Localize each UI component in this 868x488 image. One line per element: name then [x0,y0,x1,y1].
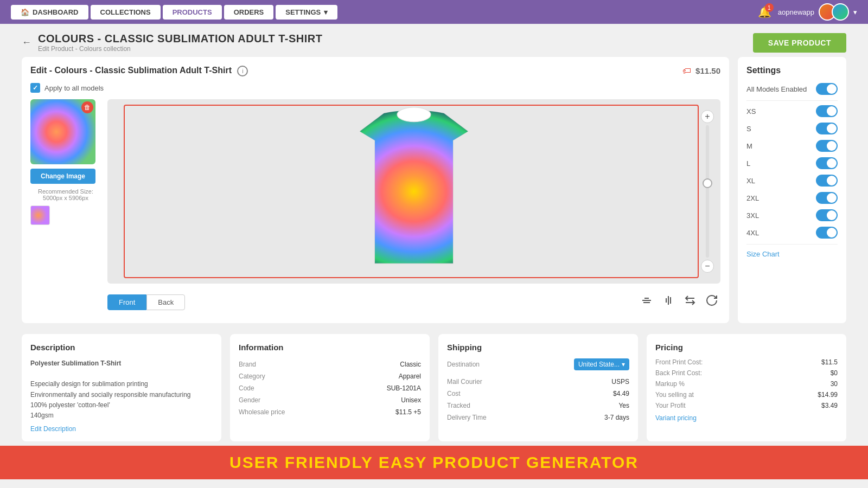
size-2xl-toggle[interactable] [816,192,838,204]
wholesale-label: Wholesale price [239,406,343,418]
size-s-toggle[interactable] [816,123,838,134]
shipping-card: Shipping Destination United State... ▾ M… [438,334,638,441]
size-2xl-row: 2XL [746,192,838,204]
size-3xl-toggle[interactable] [816,209,838,221]
all-models-label: All Models Enabled [746,85,807,93]
settings-btn[interactable]: SETTINGS ▾ [276,5,337,20]
zoom-out-button[interactable]: − [701,260,714,273]
chevron-down-icon: ▾ [622,361,625,368]
zoom-thumb[interactable] [703,178,712,188]
tracked-label: Tracked [447,400,559,412]
products-btn[interactable]: PRODUCTS [163,5,222,20]
variant-pricing-link[interactable]: Variant pricing [655,414,697,422]
back-tab[interactable]: Back [146,294,185,310]
save-product-button[interactable]: SAVE PRODUCT [753,33,846,53]
align-horizontal-tool[interactable] [638,292,655,312]
size-xl-label: XL [746,177,755,185]
dashboard-btn[interactable]: 🏠 DASHBOARD [11,5,88,20]
size-4xl-toggle[interactable] [816,227,838,239]
editor-title-group: Edit - Colours - Classic Sublimation Adu… [30,66,248,76]
info-icon[interactable]: i [237,66,248,76]
price-display: 🏷 $11.50 [682,66,720,76]
front-tab[interactable]: Front [107,294,146,310]
price-tag-icon: 🏷 [682,66,691,75]
editor-body: 🗑 Change Image Recommended Size: 5000px … [30,99,720,314]
rec-size-label: Recommended Size: [38,188,93,195]
size-m-toggle[interactable] [816,140,838,152]
table-row: Gender Unisex [239,394,421,406]
all-models-row: All Models Enabled [746,83,838,95]
user-area[interactable]: aopnewapp ▾ [778,3,857,21]
desc-text3: 100% polyester 'cotton-feel' [30,401,110,409]
destination-select[interactable]: United State... ▾ [574,358,629,370]
thumbnail-panel: 🗑 Change Image Recommended Size: 5000px … [30,99,101,314]
align-vertical-tool[interactable] [660,292,677,312]
description-card: Description Polyester Sublimation T-Shir… [22,334,221,441]
change-image-button[interactable]: Change Image [30,169,95,184]
destination-label: Destination [447,361,570,368]
zoom-in-button[interactable]: + [701,110,714,123]
table-row: Cost $4.49 [447,388,629,400]
orders-label: ORDERS [234,8,264,16]
gender-value: Unisex [343,394,421,406]
main-content: Edit - Colours - Classic Sublimation Adu… [0,57,868,334]
back-button[interactable]: ← [22,37,31,48]
shipping-title: Shipping [447,343,629,352]
size-2xl-label: 2XL [746,194,759,202]
brand-value: Classic [343,358,421,370]
apply-models-checkbox[interactable] [30,83,40,93]
notification-btn[interactable]: 🔔 1 [758,5,771,18]
profit-label: Your Profit [655,402,686,409]
svg-rect-0 [324,107,504,275]
brand-label: Brand [239,358,343,370]
editor-title: Edit - Colours - Classic Sublimation Adu… [30,66,232,75]
editor-panel: Edit - Colours - Classic Sublimation Adu… [22,57,729,323]
size-l-toggle[interactable] [816,157,838,169]
small-thumbnail [30,206,50,225]
rotate-tool[interactable] [703,292,720,312]
markup-value: 30 [831,380,838,388]
code-label: Code [239,382,343,394]
size-m-label: M [746,142,752,150]
canvas-area: + − Front Back [107,99,720,314]
tool-buttons [638,292,720,312]
size-xl-toggle[interactable] [816,175,838,187]
size-s-row: S [746,123,838,134]
flip-tool[interactable] [681,292,699,312]
edit-description-link[interactable]: Edit Description [30,425,213,433]
selling-value: $14.99 [818,391,838,399]
table-row: Brand Classic [239,358,421,370]
dashboard-label: DASHBOARD [33,8,79,16]
thumbnail-delete-button[interactable]: 🗑 [81,101,93,113]
size-4xl-row: 4XL [746,227,838,239]
collections-btn[interactable]: COLLECTIONS [91,5,161,20]
size-chart-link[interactable]: Size Chart [746,250,838,258]
tracked-value: Yes [559,400,629,412]
apply-models-row: Apply to all models [30,83,720,93]
recommended-size: Recommended Size: 5000px x 5906px [30,188,101,201]
size-xs-label: XS [746,107,756,115]
table-row: Code SUB-1201A [239,382,421,394]
markup-row: Markup % 30 [655,380,838,388]
profit-row: Your Profit $3.49 [655,402,838,409]
nav-right: 🔔 1 aopnewapp ▾ [758,3,857,21]
markup-label: Markup % [655,380,685,388]
size-xs-toggle[interactable] [816,105,838,117]
zoom-slider-container: + − [701,110,714,273]
collections-label: COLLECTIONS [100,8,151,16]
svg-point-1 [397,107,431,122]
page-subtitle: Edit Product - Colours collection [38,45,322,53]
gender-label: Gender [239,394,343,406]
table-row: Mail Courier USPS [447,376,629,388]
category-label: Category [239,370,343,382]
zoom-track[interactable] [706,125,709,258]
delivery-time-label: Delivery Time [447,412,559,423]
size-xs-row: XS [746,105,838,117]
selling-row: You selling at $14.99 [655,391,838,399]
page-title: COLOURS - CLASSIC SUBLIMATION ADULT T-SH… [38,33,322,45]
all-models-toggle[interactable] [816,83,838,95]
size-chart-divider [746,244,838,245]
delivery-time-value: 3-7 days [559,412,629,423]
orders-btn[interactable]: ORDERS [224,5,274,20]
front-print-row: Front Print Cost: $11.5 [655,358,838,366]
